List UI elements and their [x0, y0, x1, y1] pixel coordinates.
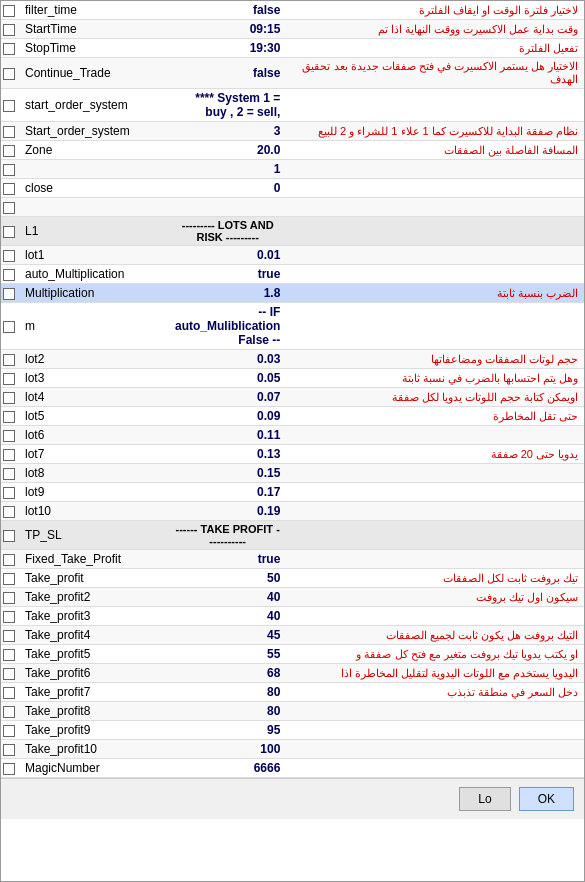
checkbox[interactable]: [3, 725, 15, 737]
param-name: Start_order_system: [21, 122, 171, 141]
checkbox[interactable]: [3, 126, 15, 138]
checkbox[interactable]: [3, 530, 15, 542]
param-value[interactable]: 45: [171, 626, 284, 645]
param-value[interactable]: 20.0: [171, 141, 284, 160]
param-value[interactable]: 0: [171, 179, 284, 198]
checkbox[interactable]: [3, 354, 15, 366]
checkbox[interactable]: [3, 411, 15, 423]
param-value[interactable]: 09:15: [171, 20, 284, 39]
param-value[interactable]: 0.09: [171, 407, 284, 426]
params-table: filter_timefalseلاختيار فلترة الوقت او ا…: [1, 1, 584, 778]
param-value[interactable]: -- IF auto_Muliblication False --: [171, 303, 284, 350]
param-value[interactable]: 0.03: [171, 350, 284, 369]
checkbox[interactable]: [3, 202, 15, 214]
table-row: Take_profit445التيك بروفت هل يكون ثابت ل…: [1, 626, 584, 645]
param-comment: يدويا حتى 20 صفقة: [284, 445, 584, 464]
param-value[interactable]: 100: [171, 740, 284, 759]
checkbox[interactable]: [3, 373, 15, 385]
checkbox[interactable]: [3, 68, 15, 80]
param-value[interactable]: 0.17: [171, 483, 284, 502]
table-row: lot70.13يدويا حتى 20 صفقة: [1, 445, 584, 464]
param-name: Take_profit3: [21, 607, 171, 626]
param-value[interactable]: 19:30: [171, 39, 284, 58]
param-value[interactable]: 0.11: [171, 426, 284, 445]
param-value[interactable]: [171, 198, 284, 217]
checkbox[interactable]: [3, 24, 15, 36]
checkbox[interactable]: [3, 250, 15, 262]
checkbox[interactable]: [3, 43, 15, 55]
checkbox[interactable]: [3, 145, 15, 157]
param-value[interactable]: 0.07: [171, 388, 284, 407]
checkbox[interactable]: [3, 506, 15, 518]
param-value[interactable]: **** System 1 = buy , 2 = sell,: [171, 89, 284, 122]
checkbox[interactable]: [3, 288, 15, 300]
table-row: 1: [1, 160, 584, 179]
checkbox[interactable]: [3, 573, 15, 585]
checkbox[interactable]: [3, 706, 15, 718]
checkbox[interactable]: [3, 649, 15, 661]
param-value[interactable]: 80: [171, 683, 284, 702]
row-checkbox-cell: [1, 58, 21, 89]
param-value[interactable]: 95: [171, 721, 284, 740]
checkbox[interactable]: [3, 611, 15, 623]
param-value[interactable]: 80: [171, 702, 284, 721]
row-checkbox-cell: [1, 550, 21, 569]
checkbox[interactable]: [3, 668, 15, 680]
checkbox[interactable]: [3, 269, 15, 281]
checkbox[interactable]: [3, 687, 15, 699]
param-value[interactable]: 68: [171, 664, 284, 683]
row-checkbox-cell: [1, 160, 21, 179]
param-value[interactable]: 40: [171, 607, 284, 626]
row-checkbox-cell: [1, 369, 21, 388]
row-checkbox-cell: [1, 588, 21, 607]
param-value[interactable]: true: [171, 550, 284, 569]
param-value[interactable]: 0.13: [171, 445, 284, 464]
param-value[interactable]: 0.19: [171, 502, 284, 521]
param-value[interactable]: false: [171, 58, 284, 89]
checkbox[interactable]: [3, 226, 15, 238]
checkbox[interactable]: [3, 763, 15, 775]
checkbox[interactable]: [3, 392, 15, 404]
param-comment: دخل السعر في منطقة تذبذب: [284, 683, 584, 702]
checkbox[interactable]: [3, 468, 15, 480]
checkbox[interactable]: [3, 554, 15, 566]
param-value[interactable]: 50: [171, 569, 284, 588]
checkbox[interactable]: [3, 321, 15, 333]
checkbox[interactable]: [3, 630, 15, 642]
checkbox[interactable]: [3, 183, 15, 195]
param-value[interactable]: 6666: [171, 759, 284, 778]
param-value[interactable]: false: [171, 1, 284, 20]
param-value[interactable]: 1: [171, 160, 284, 179]
checkbox[interactable]: [3, 744, 15, 756]
row-checkbox-cell: [1, 445, 21, 464]
param-name: L1: [21, 217, 171, 246]
checkbox[interactable]: [3, 100, 15, 112]
param-value[interactable]: 3: [171, 122, 284, 141]
checkbox[interactable]: [3, 449, 15, 461]
checkbox[interactable]: [3, 430, 15, 442]
row-checkbox-cell: [1, 607, 21, 626]
param-value[interactable]: 55: [171, 645, 284, 664]
param-comment: وهل يتم احتسابها بالضرب في نسبة ثابتة: [284, 369, 584, 388]
lo-button[interactable]: Lo: [459, 787, 510, 811]
table-row: Take_profit240سيكون اول تيك بروفت: [1, 588, 584, 607]
checkbox[interactable]: [3, 487, 15, 499]
param-comment: [284, 303, 584, 350]
table-row: lot90.17: [1, 483, 584, 502]
param-value[interactable]: 0.01: [171, 246, 284, 265]
param-value[interactable]: 0.05: [171, 369, 284, 388]
param-name: Take_profit6: [21, 664, 171, 683]
ok-button[interactable]: OK: [519, 787, 574, 811]
checkbox[interactable]: [3, 592, 15, 604]
checkbox[interactable]: [3, 164, 15, 176]
param-value: ------ TAKE PROFIT -----------: [171, 521, 284, 550]
param-value[interactable]: 0.15: [171, 464, 284, 483]
table-row: Start_order_system3نظام صفقة البداية للا…: [1, 122, 584, 141]
param-value[interactable]: 40: [171, 588, 284, 607]
param-value[interactable]: 1.8: [171, 284, 284, 303]
checkbox[interactable]: [3, 5, 15, 17]
row-checkbox-cell: [1, 721, 21, 740]
table-row: lot40.07اويمكن كتابة حجم اللوتات يدويا ل…: [1, 388, 584, 407]
param-name: lot8: [21, 464, 171, 483]
param-value[interactable]: true: [171, 265, 284, 284]
